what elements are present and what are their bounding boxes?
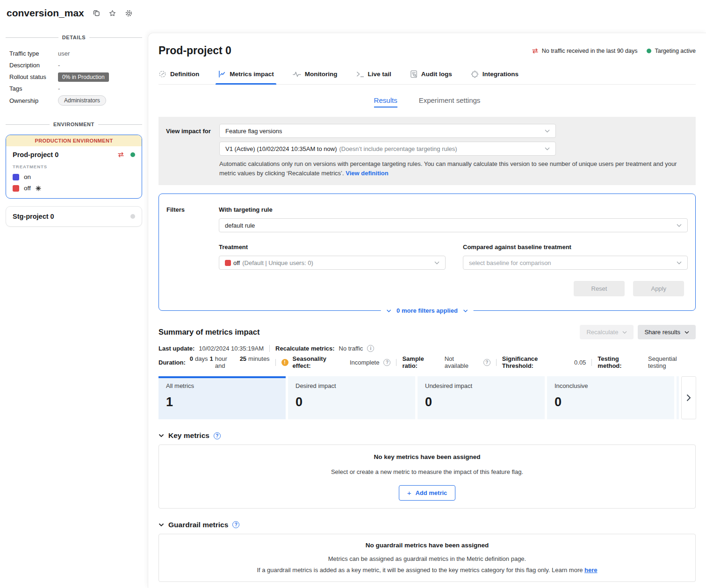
environment-heading-label: ENVIRONMENT xyxy=(53,122,94,127)
chevron-down-icon xyxy=(545,147,550,151)
help-icon[interactable]: ? xyxy=(483,359,490,366)
chevron-down-icon xyxy=(677,224,682,227)
last-update-value: 10/02/2024 10:35:19AM xyxy=(199,345,264,352)
key-metrics-header: Key metrics ? xyxy=(158,431,696,440)
environment-card-staging[interactable]: Stg-project 0 xyxy=(6,206,142,227)
impact-version-dropdown[interactable]: V1 (Active) (10/02/2024 10:35AM to now) … xyxy=(219,142,556,156)
collapse-chevron-icon[interactable] xyxy=(158,434,164,437)
card-desired-impact[interactable]: Desired impact 0 xyxy=(288,376,415,419)
live-tail-icon xyxy=(356,71,364,78)
sample-ratio-value: Not available xyxy=(445,355,479,369)
learn-more-link[interactable]: here xyxy=(584,566,597,574)
card-all-metrics[interactable]: All metrics 1 xyxy=(158,376,286,419)
baseline-label: Compared against baseline treatment xyxy=(463,244,688,251)
guardrail-metrics-title: Guardrail metrics xyxy=(168,521,228,529)
page-title: Prod-project 0 xyxy=(158,44,231,57)
add-metric-button[interactable]: + Add metric xyxy=(399,485,456,501)
tab-monitoring[interactable]: Monitoring xyxy=(293,70,338,84)
environment-heading: ENVIRONMENT xyxy=(6,122,142,127)
help-icon[interactable]: ? xyxy=(214,432,221,439)
cards-next-button[interactable] xyxy=(681,376,696,419)
view-impact-body: Feature flag versions V1 (Active) (10/02… xyxy=(219,124,688,178)
last-update-label: Last update: xyxy=(158,345,195,352)
separator xyxy=(496,359,497,366)
guardrail-empty-state: No guardrail metrics have been assigned … xyxy=(158,534,696,582)
testing-method-label: Testing method: xyxy=(598,355,644,369)
share-results-button[interactable]: Share results xyxy=(638,325,696,339)
impact-help-text: Automatic calculations only run on versi… xyxy=(219,159,688,178)
rollout-status-badge: 0% in Production xyxy=(58,72,109,82)
tab-integrations[interactable]: Integrations xyxy=(471,70,519,84)
chevron-down-icon xyxy=(386,309,391,312)
impact-source-value: Feature flag versions xyxy=(225,128,282,135)
ownership-badge: Administrators xyxy=(58,95,106,106)
treatment-value-detail: (Default | Unique users: 0) xyxy=(242,259,313,266)
info-icon[interactable]: i xyxy=(367,345,374,352)
traffic-status-text: No traffic received in the last 90 days xyxy=(542,48,638,54)
chevron-down-icon xyxy=(622,331,627,334)
production-title-row: Prod-project 0 xyxy=(13,151,135,158)
subtab-results[interactable]: Results xyxy=(374,96,397,108)
tab-live-tail[interactable]: Live tail xyxy=(356,70,391,84)
subtab-bar: Results Experiment settings xyxy=(158,96,696,108)
reset-button[interactable]: Reset xyxy=(574,281,625,296)
production-card-body: Prod-project 0 TREATMENTS on off xyxy=(6,146,142,198)
rollout-status-label: Rollout status xyxy=(9,73,58,80)
summary-meta-line-2: Duration: 0 days 1 hour and 25 minutes !… xyxy=(158,355,696,369)
app-header: conversion_max xyxy=(0,0,148,19)
tab-metrics-impact[interactable]: Metrics impact xyxy=(218,70,274,84)
more-filters-toggle[interactable]: 0 more filters applied xyxy=(381,306,474,315)
duration-days-word: days xyxy=(195,355,208,362)
seasonality-value: Incomplete xyxy=(350,359,380,366)
targeting-active-dot xyxy=(647,49,651,53)
duration-min-num: 25 xyxy=(240,355,246,362)
gear-icon[interactable] xyxy=(125,9,133,17)
warning-icon: ! xyxy=(281,359,288,366)
collapse-chevron-icon[interactable] xyxy=(158,523,164,527)
more-filters-label: 0 more filters applied xyxy=(396,307,458,314)
description-label: Description xyxy=(9,62,58,69)
help-icon[interactable]: ? xyxy=(232,521,239,528)
recalculate-label: Recalculate xyxy=(586,329,618,336)
card-undesired-impact[interactable]: Undesired impact 0 xyxy=(418,376,545,419)
card-inconclusive[interactable]: Inconclusive 0 xyxy=(547,376,674,419)
chevron-down-icon xyxy=(463,309,468,312)
detail-row-tags: Tags - xyxy=(9,84,148,93)
seasonality-label: Seasonality effect: xyxy=(293,355,346,369)
definition-icon xyxy=(158,70,166,78)
production-environment-banner: PRODUCTION ENVIRONMENT xyxy=(6,135,142,146)
separator xyxy=(591,359,592,366)
tab-monitoring-label: Monitoring xyxy=(305,71,338,78)
impact-source-dropdown[interactable]: Feature flag versions xyxy=(219,124,556,138)
significance-label: Significance Threshold: xyxy=(502,355,570,369)
subtab-experiment-settings[interactable]: Experiment settings xyxy=(419,96,481,108)
apply-button[interactable]: Apply xyxy=(633,281,684,296)
tab-integrations-label: Integrations xyxy=(483,71,519,78)
targeting-rule-dropdown[interactable]: default rule xyxy=(219,218,688,232)
view-definition-link[interactable]: View definition xyxy=(346,170,389,177)
tab-audit-logs-label: Audit logs xyxy=(421,71,452,78)
targeting-rule-value: default rule xyxy=(225,222,255,229)
treatment-dropdown[interactable]: off (Default | Unique users: 0) xyxy=(219,256,446,270)
traffic-status: No traffic received in the last 90 days xyxy=(532,48,638,54)
tab-definition[interactable]: Definition xyxy=(158,70,199,84)
chevron-down-icon xyxy=(545,129,550,133)
copy-icon[interactable] xyxy=(93,9,100,17)
detail-row-traffic-type: Traffic type user xyxy=(9,49,148,58)
summary-title: Summary of metrics impact xyxy=(158,328,259,337)
star-icon[interactable] xyxy=(108,9,116,17)
baseline-dropdown[interactable]: select baseline for comparison xyxy=(463,256,688,270)
card-all-metrics-value: 1 xyxy=(166,395,278,409)
traffic-type-value: user xyxy=(58,50,70,57)
filters-body: With targeting rule default rule Treatme… xyxy=(219,206,688,310)
help-icon[interactable]: ? xyxy=(383,359,390,366)
share-results-label: Share results xyxy=(644,329,680,336)
environment-card-production[interactable]: PRODUCTION ENVIRONMENT Prod-project 0 TR… xyxy=(6,135,142,199)
duration-hours-num: 1 xyxy=(209,355,213,362)
tab-audit-logs[interactable]: Audit logs xyxy=(410,70,452,84)
tags-label: Tags xyxy=(9,85,58,92)
tab-bar: Definition Metrics impact Monitoring Liv… xyxy=(158,70,696,85)
baseline-column: Compared against baseline treatment sele… xyxy=(463,244,688,270)
recalculate-button[interactable]: Recalculate xyxy=(580,325,634,339)
tags-value: - xyxy=(58,85,60,92)
